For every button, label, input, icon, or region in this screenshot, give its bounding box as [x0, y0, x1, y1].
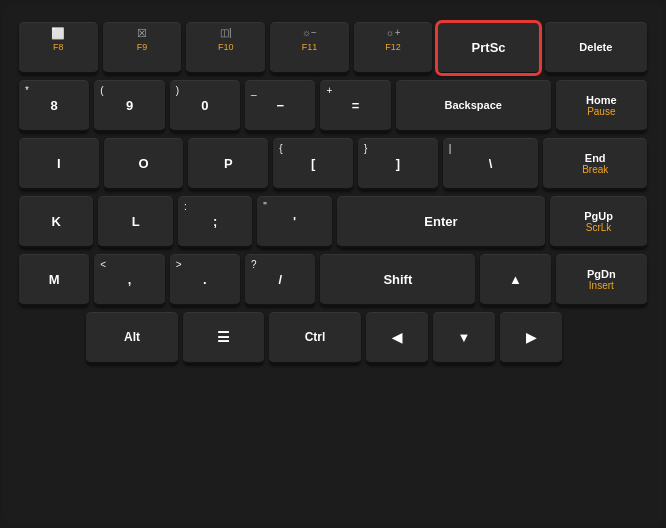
- key-pgup[interactable]: PgUp ScrLk: [550, 196, 647, 248]
- key-backspace-label: Backspace: [444, 99, 502, 111]
- key-equals-shift: +: [326, 85, 332, 96]
- keyboard: ⬜ F8 ☒ F9 ◫| F10 ☼− F11 ☼+ F12 PrtSc Del…: [3, 4, 663, 524]
- key-downarrow[interactable]: ▼: [433, 312, 495, 364]
- key-alt-label: Alt: [124, 330, 140, 344]
- key-leftarrow[interactable]: ◀: [366, 312, 428, 364]
- key-m[interactable]: M: [19, 254, 89, 306]
- key-i-label: I: [57, 156, 61, 171]
- key-menu-label: ☰: [217, 329, 230, 345]
- key-prtsc[interactable]: PrtSc: [437, 22, 539, 74]
- key-rshift[interactable]: Shift: [320, 254, 475, 306]
- key-9[interactable]: ( 9: [94, 80, 164, 132]
- key-equals-main: =: [352, 98, 360, 113]
- key-home-label: Home: [586, 94, 617, 106]
- key-0-shift: ): [176, 85, 179, 96]
- key-f12-icon: ☼+: [354, 27, 433, 38]
- key-f8-icon: ⬜: [19, 27, 98, 40]
- number-row: * 8 ( 9 ) 0 _ − + = Backspace Home Pause: [19, 80, 647, 132]
- key-8[interactable]: * 8: [19, 80, 89, 132]
- key-8-shift: *: [25, 85, 29, 96]
- key-k-label: K: [52, 214, 61, 229]
- key-comma-shift: <: [100, 259, 106, 270]
- key-period[interactable]: > .: [170, 254, 240, 306]
- key-minus[interactable]: _ −: [245, 80, 315, 132]
- key-period-shift: >: [176, 259, 182, 270]
- key-quote-main: ': [293, 214, 296, 229]
- key-f12[interactable]: ☼+ F12: [354, 22, 433, 74]
- key-slash-main: /: [278, 272, 282, 287]
- bottom-row: Alt ☰ Ctrl ◀ ▼ ▶: [19, 312, 647, 364]
- key-home-fn: Pause: [587, 106, 615, 117]
- key-backslash[interactable]: | \: [443, 138, 539, 190]
- iop-row: I O P { [ } ] | \ End Break: [19, 138, 647, 190]
- key-period-main: .: [203, 272, 207, 287]
- key-backslash-shift: |: [449, 143, 452, 154]
- key-backslash-main: \: [489, 156, 493, 171]
- key-rightarrow-label: ▶: [526, 330, 536, 345]
- key-home[interactable]: Home Pause: [556, 80, 647, 132]
- key-uparrow[interactable]: ▲: [480, 254, 550, 306]
- key-enter[interactable]: Enter: [337, 196, 545, 248]
- function-key-row: ⬜ F8 ☒ F9 ◫| F10 ☼− F11 ☼+ F12 PrtSc Del…: [19, 22, 647, 74]
- key-f10-fn: F10: [218, 42, 234, 52]
- key-f10[interactable]: ◫| F10: [186, 22, 265, 74]
- key-alt[interactable]: Alt: [86, 312, 179, 364]
- key-rbracket-shift: }: [364, 143, 367, 154]
- key-f9-icon: ☒: [103, 27, 182, 40]
- m-row: M < , > . ? / Shift ▲ PgDn Insert: [19, 254, 647, 306]
- key-p-label: P: [224, 156, 233, 171]
- key-f8-fn: F8: [53, 42, 64, 52]
- key-lbracket-main: [: [311, 156, 315, 171]
- key-pgdn-fn: Insert: [589, 280, 614, 291]
- key-slash[interactable]: ? /: [245, 254, 315, 306]
- key-minus-main: −: [276, 98, 284, 113]
- key-f8[interactable]: ⬜ F8: [19, 22, 98, 74]
- key-end[interactable]: End Break: [543, 138, 647, 190]
- key-comma[interactable]: < ,: [94, 254, 164, 306]
- key-f9[interactable]: ☒ F9: [103, 22, 182, 74]
- key-pgdn[interactable]: PgDn Insert: [556, 254, 647, 306]
- key-o-label: O: [139, 156, 149, 171]
- key-9-shift: (: [100, 85, 103, 96]
- key-rbracket[interactable]: } ]: [358, 138, 438, 190]
- key-rctrl-label: Ctrl: [305, 330, 326, 344]
- key-prtsc-label: PrtSc: [472, 40, 506, 55]
- key-f10-icon: ◫|: [186, 27, 265, 38]
- key-semicolon[interactable]: : ;: [178, 196, 252, 248]
- key-f11-icon: ☼−: [270, 27, 349, 38]
- kl-row: K L : ; " ' Enter PgUp ScrLk: [19, 196, 647, 248]
- key-l[interactable]: L: [98, 196, 172, 248]
- key-9-main: 9: [126, 98, 133, 113]
- key-rbracket-main: ]: [396, 156, 400, 171]
- key-i[interactable]: I: [19, 138, 99, 190]
- key-p[interactable]: P: [188, 138, 268, 190]
- key-m-label: M: [49, 272, 60, 287]
- key-equals[interactable]: + =: [320, 80, 390, 132]
- key-downarrow-label: ▼: [458, 330, 471, 345]
- key-menu[interactable]: ☰: [183, 312, 263, 364]
- key-pgup-label: PgUp: [584, 210, 613, 222]
- key-minus-shift: _: [251, 85, 257, 96]
- key-end-label: End: [585, 152, 606, 164]
- key-f11[interactable]: ☼− F11: [270, 22, 349, 74]
- key-delete[interactable]: Delete: [545, 22, 647, 74]
- key-lbracket[interactable]: { [: [273, 138, 353, 190]
- key-uparrow-label: ▲: [509, 272, 522, 287]
- key-0[interactable]: ) 0: [170, 80, 240, 132]
- key-semicolon-main: ;: [213, 214, 217, 229]
- key-f12-fn: F12: [385, 42, 401, 52]
- key-slash-shift: ?: [251, 259, 257, 270]
- key-8-main: 8: [51, 98, 58, 113]
- key-quote[interactable]: " ': [257, 196, 331, 248]
- key-k[interactable]: K: [19, 196, 93, 248]
- key-o[interactable]: O: [104, 138, 184, 190]
- key-end-fn: Break: [582, 164, 608, 175]
- key-backspace[interactable]: Backspace: [396, 80, 551, 132]
- key-pgup-fn: ScrLk: [586, 222, 612, 233]
- key-rctrl[interactable]: Ctrl: [269, 312, 362, 364]
- key-0-main: 0: [201, 98, 208, 113]
- key-rightarrow[interactable]: ▶: [500, 312, 562, 364]
- key-pgdn-label: PgDn: [587, 268, 616, 280]
- key-f11-fn: F11: [302, 42, 318, 52]
- key-l-label: L: [132, 214, 140, 229]
